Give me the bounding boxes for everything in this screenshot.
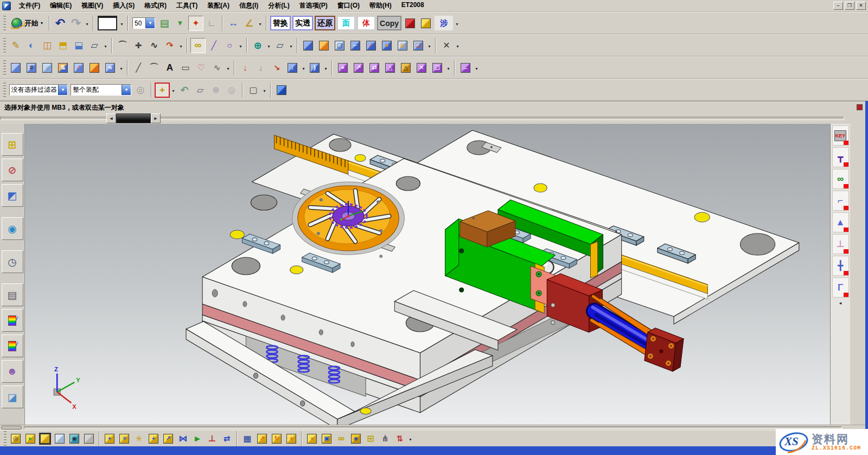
sync-caret[interactable]: ▾ [445, 60, 451, 75]
toolbar-grip[interactable] [4, 431, 7, 446]
measure-distance-icon[interactable]: ↔ [226, 16, 241, 31]
menu-insert[interactable]: 插入(S) [108, 0, 139, 11]
surface-caret[interactable]: ▾ [118, 60, 124, 75]
snapshot-disabled-icon[interactable] [82, 432, 96, 446]
studio-spline-icon[interactable]: ♡ [194, 60, 209, 75]
boss-icon[interactable]: ◍ [395, 38, 410, 53]
assembly-caret[interactable]: ▾ [407, 431, 413, 446]
shaded-view-icon[interactable] [274, 83, 289, 98]
rectangle-select-icon[interactable]: ▢ [246, 83, 261, 98]
promote-component-icon[interactable]: + [146, 432, 161, 446]
layer-settings-icon[interactable]: ▤ [157, 16, 172, 31]
move-to-layer-icon[interactable]: ▼ [173, 16, 188, 31]
display-template-caret[interactable]: ▾ [119, 16, 125, 31]
menu-window[interactable]: 窗口(O) [333, 0, 365, 11]
arc-icon[interactable]: ⌒ [146, 60, 162, 75]
delete-face-icon[interactable]: ✕ [414, 60, 429, 75]
pattern-feature-icon[interactable]: ❏ [411, 38, 426, 53]
pull-face-icon[interactable]: ↗ [351, 60, 366, 75]
explode-assembly-icon[interactable]: ↗ [255, 432, 269, 446]
minimize-button[interactable]: – [833, 2, 843, 10]
wcs-dynamics-icon[interactable]: ∟ [204, 16, 219, 31]
show-hidden-component-icon[interactable] [53, 432, 67, 446]
fillet-curve-icon[interactable]: ∿ [146, 38, 162, 53]
undo-selection-icon[interactable]: ↶ [177, 83, 192, 98]
offset-surface-icon[interactable]: ⬒ [55, 38, 71, 53]
menu-preferences[interactable]: 首选项(P) [295, 0, 333, 11]
ruled-surface-icon[interactable] [8, 60, 23, 75]
view-tools-caret[interactable]: ▾ [454, 16, 460, 31]
rotary-cam-disc[interactable] [292, 182, 405, 255]
work-layer-combo-arrow[interactable]: ▼ [145, 18, 155, 28]
find-component-search-icon[interactable]: ◎ [224, 83, 239, 98]
bounded-plane-icon[interactable]: ◌ [40, 60, 55, 75]
selection-scope-combo-arrow[interactable]: ▼ [122, 85, 131, 95]
join-curve-button[interactable]: ∞ [190, 38, 206, 53]
bracket-template-button[interactable]: ⌐ [832, 191, 849, 211]
hole-icon[interactable]: ● [379, 38, 394, 53]
menu-format[interactable]: 格式(R) [139, 0, 171, 11]
curve-edit-caret[interactable]: ▾ [178, 38, 184, 53]
show-component-icon[interactable] [38, 432, 52, 446]
face-blend-icon[interactable] [87, 60, 102, 75]
product-interface-icon[interactable]: ◈ [349, 432, 363, 446]
measure-angle-icon[interactable]: ∠ [241, 16, 257, 31]
menu-tools[interactable]: 工具(T) [171, 0, 202, 11]
dock-button[interactable] [857, 104, 863, 110]
measure-caret[interactable]: ▾ [257, 16, 263, 31]
rectangle-icon[interactable]: ▭ [178, 60, 193, 75]
visualization-tab[interactable] [2, 309, 23, 332]
open-component-icon[interactable]: ▸ [23, 432, 37, 446]
constraint-navigator-tab[interactable]: ⊘ [2, 159, 23, 181]
thicken-icon[interactable]: ⬓ [71, 38, 86, 53]
menu-help[interactable]: 帮助(H) [365, 0, 397, 11]
new-component-icon[interactable]: ✳ [117, 432, 131, 446]
move-face-icon[interactable]: + [335, 60, 350, 75]
resize-face-icon[interactable]: △ [398, 60, 413, 75]
polyline-icon[interactable]: ∿ [209, 60, 225, 75]
select-style-caret[interactable]: ▾ [261, 83, 267, 98]
show-red-cube-button[interactable] [403, 16, 418, 31]
unwrap-icon[interactable]: ) [307, 60, 322, 75]
orient-view-button[interactable]: ✦ [188, 16, 203, 31]
menu-analysis[interactable]: 分析(L) [263, 0, 294, 11]
link-template-button[interactable]: ∞ [832, 169, 849, 189]
snap-point-caret[interactable]: ▾ [170, 83, 176, 98]
component-snapshot-icon[interactable]: ◉ [67, 432, 81, 446]
display-template-dropdown[interactable] [98, 16, 117, 30]
section-caret[interactable]: ▾ [455, 38, 461, 53]
menu-view[interactable]: 视图(V) [76, 0, 108, 11]
selection-scope-combo[interactable]: 整个装配▼ [71, 84, 131, 96]
restore-button[interactable]: ❐ [845, 2, 854, 10]
perpendicular-constraint-icon[interactable]: ⊥ [205, 432, 219, 446]
redo-button[interactable]: ↷ [68, 16, 84, 31]
interpart-reference-icon[interactable]: ⊞ [363, 432, 378, 446]
section-curve-icon[interactable]: ↘ [269, 60, 284, 75]
intersection-point-icon[interactable]: ✚ [131, 38, 146, 53]
enlarge-surface-icon[interactable]: ◫ [40, 38, 55, 53]
save-assembly-icon[interactable]: ▦ [240, 432, 254, 446]
circle-icon[interactable]: ○ [222, 38, 237, 53]
toolbar-grip[interactable] [3, 38, 6, 53]
redo-caret[interactable]: ▾ [84, 16, 90, 31]
relations-browser-icon[interactable]: ⋔ [378, 432, 392, 446]
selection-filter-combo-arrow[interactable]: ▼ [58, 85, 67, 95]
snap-point-button[interactable]: + [155, 83, 170, 98]
elbow-template-button[interactable]: Γ [832, 277, 849, 298]
divide-face-icon[interactable]: ∕ [71, 60, 86, 75]
linear-dimension-icon[interactable]: ↔ [458, 60, 473, 75]
work-layer-combo[interactable]: 50▼ [132, 17, 155, 29]
bottom-scroll-thumb[interactable] [1, 426, 22, 429]
flip-normal-icon[interactable]: ⇅ [55, 60, 71, 75]
replace-button[interactable]: 替换 [270, 16, 291, 30]
palette-tab[interactable]: ▤ [2, 283, 23, 306]
line-2pt-icon[interactable]: ╱ [131, 60, 146, 75]
datum-plane-icon[interactable]: ▱ [87, 38, 102, 53]
restore-button[interactable]: 还原 [315, 16, 335, 30]
project-curve-icon[interactable]: ↓ [238, 60, 253, 75]
scroll-right-arrow[interactable]: ► [151, 113, 161, 123]
internet-explorer-tab[interactable]: ◉ [2, 217, 23, 240]
history-tab[interactable]: ◷ [2, 250, 23, 273]
unwrap-caret[interactable]: ▾ [323, 60, 329, 75]
sketch-curve-caret[interactable]: ▾ [225, 60, 231, 75]
